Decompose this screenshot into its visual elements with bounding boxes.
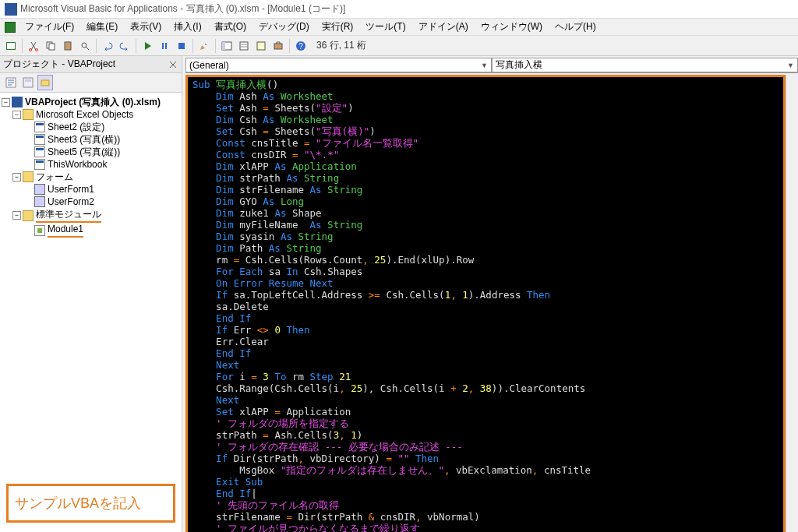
menu-window[interactable]: ウィンドウ(W) [475, 19, 549, 35]
collapse-icon[interactable]: − [2, 98, 10, 107]
toolbox-button[interactable] [270, 38, 286, 54]
svg-point-2 [30, 48, 32, 51]
toolbar: ? 36 行, 11 桁 [0, 36, 798, 56]
collapse-icon[interactable]: − [12, 111, 21, 119]
view-code-button[interactable] [3, 75, 19, 90]
svg-rect-22 [41, 80, 49, 86]
menu-file[interactable]: ファイル(F) [19, 19, 80, 35]
panel-title-bar: プロジェクト - VBAProject [0, 56, 182, 73]
panel-close-icon[interactable] [168, 59, 178, 70]
proj-icon [12, 97, 23, 107]
svg-rect-15 [257, 42, 265, 50]
form-icon [34, 184, 45, 195]
menu-run[interactable]: 実行(R) [316, 19, 360, 35]
svg-rect-9 [162, 43, 164, 49]
tree-node[interactable]: ThisWorkbook [2, 158, 180, 171]
svg-rect-20 [23, 78, 33, 87]
copy-button[interactable] [43, 38, 58, 54]
code-pane: (General) ▼ 写真挿入横 ▼ Sub 写真挿入横() Dim Ash … [182, 56, 798, 532]
tree-node[interactable]: −フォーム [2, 171, 180, 183]
svg-rect-11 [178, 43, 185, 49]
collapse-icon[interactable]: − [12, 211, 21, 220]
tree-label: 標準モジュール [36, 208, 101, 223]
tree-node[interactable]: Sheet5 (写真(縦)) [2, 146, 180, 158]
svg-rect-7 [66, 41, 69, 43]
run-button[interactable] [139, 38, 155, 54]
project-explorer-panel: プロジェクト - VBAProject −VBAProject (写真挿入 (0… [0, 56, 182, 532]
tree-node[interactable]: Module1 [2, 223, 180, 238]
tree-node[interactable]: −VBAProject (写真挿入 (0).xlsm) [2, 96, 180, 108]
tree-label: UserForm1 [48, 183, 94, 196]
view-excel-button[interactable] [3, 38, 19, 54]
svg-text:?: ? [298, 42, 303, 51]
title-bar: Microsoft Visual Basic for Applications … [0, 0, 798, 19]
tree-node[interactable]: Sheet3 (写真(横)) [2, 133, 180, 146]
menu-debug[interactable]: デバッグ(D) [252, 19, 316, 35]
menu-edit[interactable]: 編集(E) [80, 19, 124, 35]
redo-button[interactable] [117, 38, 132, 54]
tree-node[interactable]: Sheet2 (設定) [2, 121, 180, 133]
app-icon [5, 3, 17, 16]
svg-rect-1 [7, 43, 15, 49]
svg-rect-10 [165, 43, 167, 49]
svg-rect-14 [240, 42, 248, 50]
project-explorer-button[interactable] [219, 38, 235, 54]
tree-label: ThisWorkbook [48, 158, 107, 171]
menu-addins[interactable]: アドイン(A) [412, 19, 475, 35]
project-tree[interactable]: −VBAProject (写真挿入 (0).xlsm)−Microsoft Ex… [0, 93, 182, 474]
undo-button[interactable] [100, 38, 115, 54]
procedure-dropdown[interactable]: 写真挿入横 ▼ [492, 58, 798, 72]
properties-button[interactable] [236, 38, 252, 54]
menu-help[interactable]: ヘルプ(H) [549, 19, 602, 35]
tree-label: フォーム [36, 171, 73, 183]
find-button[interactable] [77, 38, 93, 54]
svg-point-3 [36, 48, 38, 51]
object-dropdown[interactable]: (General) ▼ [185, 58, 492, 72]
collapse-icon[interactable]: − [12, 173, 21, 181]
module-icon [34, 225, 45, 236]
design-mode-button[interactable] [196, 38, 212, 54]
object-browser-button[interactable] [253, 38, 269, 54]
menu-insert[interactable]: 挿入(I) [168, 19, 207, 35]
menu-view[interactable]: 表示(V) [124, 19, 168, 35]
menu-bar: ファイル(F) 編集(E) 表示(V) 挿入(I) 書式(O) デバッグ(D) … [0, 19, 798, 36]
tree-label: Sheet2 (設定) [48, 121, 104, 133]
tree-label: VBAProject (写真挿入 (0).xlsm) [25, 96, 161, 108]
chevron-down-icon: ▼ [481, 62, 488, 69]
sheet-icon [34, 134, 45, 145]
menu-tools[interactable]: ツール(T) [359, 19, 411, 35]
vertical-scrollbar[interactable] [786, 75, 798, 532]
view-object-button[interactable] [20, 75, 36, 90]
tree-node[interactable]: −Microsoft Excel Objects [2, 108, 180, 121]
tree-label: Module1 [48, 223, 83, 238]
excel-icon [5, 22, 16, 33]
code-editor[interactable]: Sub 写真挿入横() Dim Ash As Worksheet Set Ash… [185, 75, 786, 532]
tree-node[interactable]: UserForm2 [2, 196, 180, 208]
help-button[interactable]: ? [293, 38, 309, 54]
chevron-down-icon: ▼ [787, 62, 794, 69]
tree-label: Microsoft Excel Objects [36, 108, 133, 121]
folder-icon [23, 210, 34, 221]
sheet-icon [34, 122, 45, 132]
tree-node[interactable]: UserForm1 [2, 183, 180, 196]
tree-node[interactable]: −標準モジュール [2, 208, 180, 223]
sheet-icon [34, 159, 45, 170]
svg-rect-5 [49, 44, 55, 50]
paste-button[interactable] [60, 38, 76, 54]
sheet-icon [34, 146, 45, 157]
svg-rect-16 [274, 44, 282, 49]
window-title: Microsoft Visual Basic for Applications … [20, 2, 345, 16]
reset-button[interactable] [174, 38, 189, 54]
tree-label: UserForm2 [48, 196, 94, 208]
menu-format[interactable]: 書式(O) [208, 19, 252, 35]
svg-rect-6 [65, 42, 71, 50]
tree-label: Sheet5 (写真(縦)) [48, 146, 120, 158]
cursor-position: 36 行, 11 桁 [316, 39, 366, 52]
cut-button[interactable] [26, 38, 41, 54]
tree-label: Sheet3 (写真(横)) [48, 133, 120, 146]
folder-icon [23, 171, 34, 182]
annotation-callout: サンプルVBAを記入 [6, 484, 175, 523]
break-button[interactable] [157, 38, 172, 54]
toggle-folders-button[interactable] [37, 75, 53, 90]
svg-rect-13 [222, 42, 225, 50]
